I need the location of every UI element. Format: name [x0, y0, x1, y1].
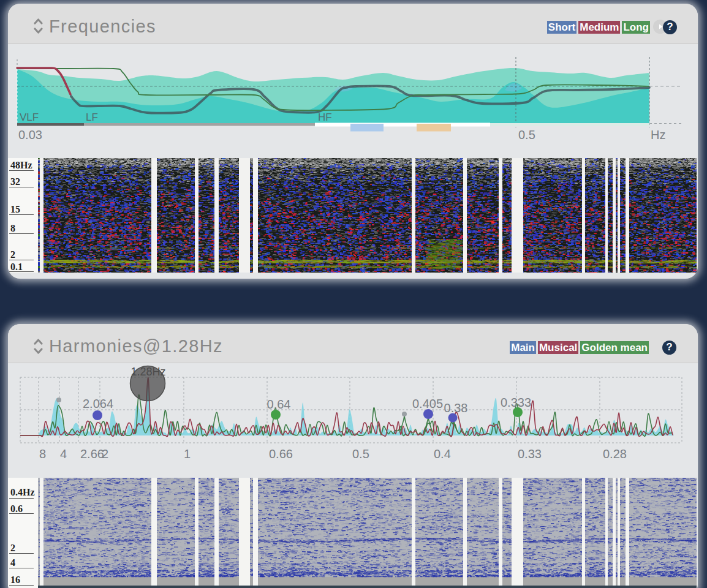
svg-text:0.5: 0.5 [352, 447, 369, 461]
svg-text:Hz: Hz [651, 128, 665, 141]
svg-text:8: 8 [39, 447, 46, 461]
svg-text:0.33: 0.33 [518, 447, 542, 461]
svg-text:0.5: 0.5 [518, 128, 535, 141]
svg-text:2.66: 2.66 [80, 447, 104, 461]
svg-text:0.28: 0.28 [603, 447, 627, 461]
svg-text:1: 1 [184, 447, 191, 461]
svg-text:2.064: 2.064 [83, 397, 113, 410]
svg-text:1.28Hz: 1.28Hz [130, 366, 165, 378]
svg-text:0.66: 0.66 [269, 447, 293, 461]
svg-text:0.64: 0.64 [267, 398, 291, 411]
svg-text:2: 2 [102, 447, 108, 461]
svg-text:LF: LF [86, 111, 98, 123]
svg-text:4: 4 [60, 447, 67, 461]
svg-text:VLF: VLF [20, 111, 39, 123]
svg-text:0.405: 0.405 [412, 397, 443, 410]
svg-text:HF: HF [318, 111, 332, 123]
svg-text:0.38: 0.38 [444, 401, 468, 415]
svg-text:0.4: 0.4 [434, 447, 451, 461]
svg-text:0.333: 0.333 [501, 396, 531, 409]
svg-text:0.03: 0.03 [18, 128, 42, 141]
